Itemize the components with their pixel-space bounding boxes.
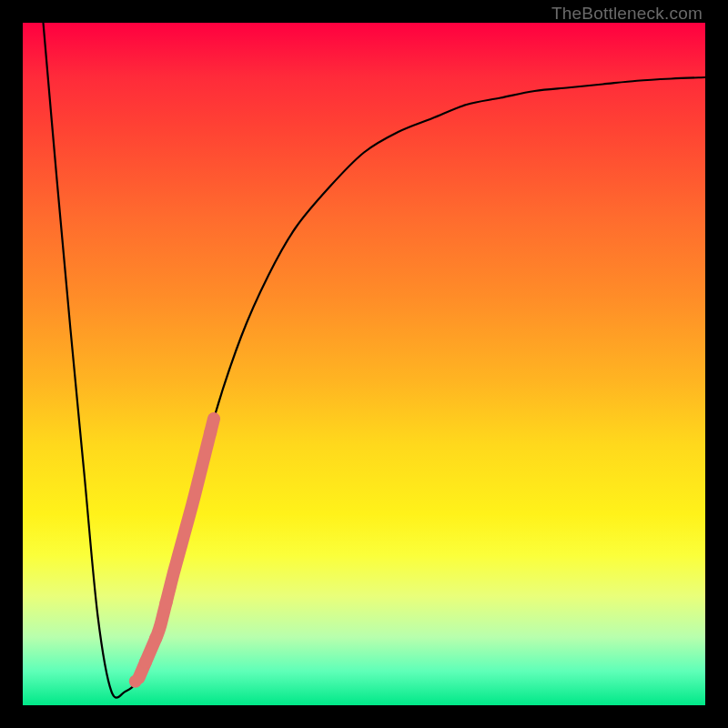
highlight-dot <box>129 675 142 688</box>
plot-area <box>23 23 705 705</box>
watermark-text: TheBottleneck.com <box>551 4 703 24</box>
chart-container: TheBottleneck.com <box>0 0 728 728</box>
chart-svg <box>23 23 705 705</box>
highlight-dot <box>160 597 173 610</box>
highlight-dot <box>149 632 162 644</box>
highlight-dot <box>204 426 217 439</box>
highlight-dot <box>139 656 152 669</box>
series-bottleneck-curve <box>44 23 706 698</box>
